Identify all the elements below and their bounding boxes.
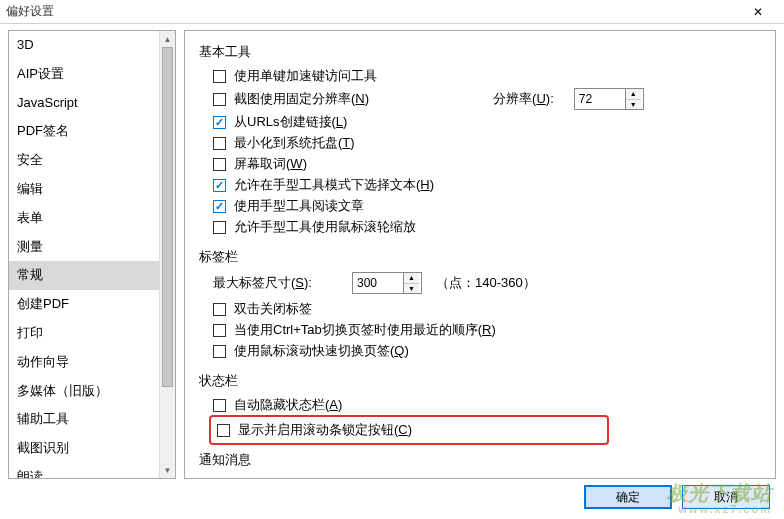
statusbar-opt-0: 自动隐藏状态栏(A) <box>213 396 761 414</box>
max-tab-size-spinner[interactable]: ▲▼ <box>352 272 422 294</box>
section-statusbar-title: 状态栏 <box>199 372 761 390</box>
basic-opt-2: 从URLs创建链接(L) <box>213 113 761 131</box>
basic-opt-0: 使用单键加速键访问工具 <box>213 67 761 85</box>
section-notify-title: 通知消息 <box>199 451 761 469</box>
tabbar-opt-2: 使用鼠标滚动快速切换页签(Q) <box>213 342 761 360</box>
highlighted-option: 显示并启用滚动条锁定按钮(C) <box>209 415 609 445</box>
basic-opt-6-checkbox[interactable] <box>213 200 226 213</box>
basic-opt-2-checkbox[interactable] <box>213 116 226 129</box>
basic-opt-7: 允许手型工具使用鼠标滚轮缩放 <box>213 218 761 236</box>
sidebar-item-0[interactable]: 3D <box>9 31 175 60</box>
sidebar-item-4[interactable]: 安全 <box>9 146 175 175</box>
resolution-spinner[interactable]: ▲▼ <box>574 88 644 110</box>
tabbar-opt-0-label: 双击关闭标签 <box>234 300 312 318</box>
max-tab-size-row: 最大标签尺寸(S): ▲▼ （点：140-360） <box>213 272 761 294</box>
sidebar-item-15[interactable]: 朗读 <box>9 463 175 479</box>
tabbar-opt-1-label: 当使用Ctrl+Tab切换页签时使用最近的顺序(R) <box>234 321 496 339</box>
scroll-down-icon[interactable]: ▼ <box>160 462 175 478</box>
basic-opt-3-checkbox[interactable] <box>213 137 226 150</box>
sidebar-item-3[interactable]: PDF签名 <box>9 117 175 146</box>
content-area: 3DAIP设置JavaScriptPDF签名安全编辑表单测量常规创建PDF打印动… <box>0 24 784 479</box>
basic-opt-4: 屏幕取词(W) <box>213 155 761 173</box>
tabbar-opt-0: 双击关闭标签 <box>213 300 761 318</box>
sidebar-item-1[interactable]: AIP设置 <box>9 60 175 89</box>
sidebar-item-6[interactable]: 表单 <box>9 204 175 233</box>
basic-opt-0-label: 使用单键加速键访问工具 <box>234 67 377 85</box>
category-sidebar: 3DAIP设置JavaScriptPDF签名安全编辑表单测量常规创建PDF打印动… <box>8 30 176 479</box>
sidebar-scrollbar[interactable]: ▲ ▼ <box>159 31 175 478</box>
statusbar-opt-1-label: 显示并启用滚动条锁定按钮(C) <box>238 421 412 439</box>
spin-down-icon[interactable]: ▼ <box>404 284 419 294</box>
basic-opt-3-label: 最小化到系统托盘(T) <box>234 134 355 152</box>
tabbar-opt-2-checkbox[interactable] <box>213 345 226 358</box>
section-tabbar-title: 标签栏 <box>199 248 761 266</box>
basic-opt-1-label: 截图使用固定分辨率(N) <box>234 90 369 108</box>
sidebar-item-9[interactable]: 创建PDF <box>9 290 175 319</box>
dialog-footer: 确定 取消 <box>584 485 770 509</box>
basic-opt-5-checkbox[interactable] <box>213 179 226 192</box>
statusbar-opt-0-checkbox[interactable] <box>213 399 226 412</box>
titlebar: 偏好设置 ✕ <box>0 0 784 24</box>
tabbar-opt-2-label: 使用鼠标滚动快速切换页签(Q) <box>234 342 409 360</box>
basic-opt-3: 最小化到系统托盘(T) <box>213 134 761 152</box>
sidebar-item-2[interactable]: JavaScript <box>9 89 175 118</box>
sidebar-item-13[interactable]: 辅助工具 <box>9 405 175 434</box>
basic-opt-1: 截图使用固定分辨率(N)分辨率(U):▲▼ <box>213 88 761 110</box>
scrollbar-thumb[interactable] <box>162 47 173 387</box>
ok-button[interactable]: 确定 <box>584 485 672 509</box>
spin-up-icon[interactable]: ▲ <box>404 273 419 284</box>
scroll-up-icon[interactable]: ▲ <box>160 31 175 47</box>
sidebar-item-10[interactable]: 打印 <box>9 319 175 348</box>
basic-opt-6-label: 使用手型工具阅读文章 <box>234 197 364 215</box>
basic-opt-7-checkbox[interactable] <box>213 221 226 234</box>
window-title: 偏好设置 <box>6 3 738 20</box>
close-button[interactable]: ✕ <box>738 1 778 23</box>
statusbar-opt-0-label: 自动隐藏状态栏(A) <box>234 396 342 414</box>
resolution-input[interactable] <box>575 89 625 109</box>
basic-opt-5-label: 允许在手型工具模式下选择文本(H) <box>234 176 434 194</box>
basic-opt-2-label: 从URLs创建链接(L) <box>234 113 347 131</box>
basic-opt-1-checkbox[interactable] <box>213 93 226 106</box>
max-tab-size-hint: （点：140-360） <box>436 274 536 292</box>
basic-opt-4-checkbox[interactable] <box>213 158 226 171</box>
max-tab-size-input[interactable] <box>353 273 403 293</box>
sidebar-item-7[interactable]: 测量 <box>9 233 175 262</box>
cancel-button[interactable]: 取消 <box>682 485 770 509</box>
basic-opt-4-label: 屏幕取词(W) <box>234 155 307 173</box>
statusbar-opt-1: 显示并启用滚动条锁定按钮(C) <box>217 421 605 439</box>
spin-up-icon[interactable]: ▲ <box>626 89 641 100</box>
section-basic-title: 基本工具 <box>199 43 761 61</box>
statusbar-opt-1-checkbox[interactable] <box>217 424 230 437</box>
basic-opt-7-label: 允许手型工具使用鼠标滚轮缩放 <box>234 218 416 236</box>
sidebar-item-8[interactable]: 常规 <box>9 261 175 290</box>
tabbar-opt-1-checkbox[interactable] <box>213 324 226 337</box>
sidebar-item-5[interactable]: 编辑 <box>9 175 175 204</box>
spin-down-icon[interactable]: ▼ <box>626 100 641 110</box>
tabbar-opt-1: 当使用Ctrl+Tab切换页签时使用最近的顺序(R) <box>213 321 761 339</box>
sidebar-item-11[interactable]: 动作向导 <box>9 348 175 377</box>
tabbar-opt-0-checkbox[interactable] <box>213 303 226 316</box>
sidebar-item-12[interactable]: 多媒体（旧版） <box>9 377 175 406</box>
settings-panel: 基本工具 使用单键加速键访问工具截图使用固定分辨率(N)分辨率(U):▲▼从UR… <box>184 30 776 479</box>
sidebar-item-14[interactable]: 截图识别 <box>9 434 175 463</box>
basic-opt-5: 允许在手型工具模式下选择文本(H) <box>213 176 761 194</box>
basic-opt-0-checkbox[interactable] <box>213 70 226 83</box>
basic-opt-6: 使用手型工具阅读文章 <box>213 197 761 215</box>
